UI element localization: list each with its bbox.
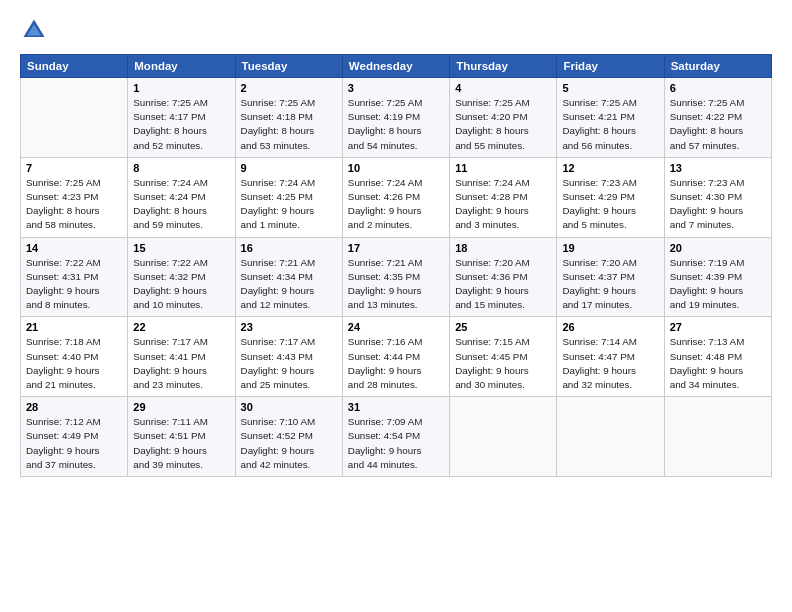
day-cell: 4Sunrise: 7:25 AMSunset: 4:20 PMDaylight… [450, 78, 557, 158]
col-header-wednesday: Wednesday [342, 55, 449, 78]
day-number: 19 [562, 242, 658, 254]
day-info: Sunrise: 7:18 AMSunset: 4:40 PMDaylight:… [26, 335, 122, 392]
page: SundayMondayTuesdayWednesdayThursdayFrid… [0, 0, 792, 612]
day-cell: 7Sunrise: 7:25 AMSunset: 4:23 PMDaylight… [21, 157, 128, 237]
day-info: Sunrise: 7:11 AMSunset: 4:51 PMDaylight:… [133, 415, 229, 472]
day-number: 24 [348, 321, 444, 333]
day-info: Sunrise: 7:22 AMSunset: 4:31 PMDaylight:… [26, 256, 122, 313]
day-cell: 2Sunrise: 7:25 AMSunset: 4:18 PMDaylight… [235, 78, 342, 158]
col-header-tuesday: Tuesday [235, 55, 342, 78]
day-number: 8 [133, 162, 229, 174]
day-number: 27 [670, 321, 766, 333]
day-cell: 10Sunrise: 7:24 AMSunset: 4:26 PMDayligh… [342, 157, 449, 237]
day-number: 30 [241, 401, 337, 413]
day-cell: 3Sunrise: 7:25 AMSunset: 4:19 PMDaylight… [342, 78, 449, 158]
day-info: Sunrise: 7:12 AMSunset: 4:49 PMDaylight:… [26, 415, 122, 472]
day-number: 13 [670, 162, 766, 174]
day-number: 20 [670, 242, 766, 254]
day-number: 6 [670, 82, 766, 94]
day-info: Sunrise: 7:23 AMSunset: 4:29 PMDaylight:… [562, 176, 658, 233]
day-info: Sunrise: 7:25 AMSunset: 4:17 PMDaylight:… [133, 96, 229, 153]
day-number: 16 [241, 242, 337, 254]
day-number: 23 [241, 321, 337, 333]
day-cell: 21Sunrise: 7:18 AMSunset: 4:40 PMDayligh… [21, 317, 128, 397]
week-row-0: 1Sunrise: 7:25 AMSunset: 4:17 PMDaylight… [21, 78, 772, 158]
day-cell: 30Sunrise: 7:10 AMSunset: 4:52 PMDayligh… [235, 397, 342, 477]
day-info: Sunrise: 7:20 AMSunset: 4:37 PMDaylight:… [562, 256, 658, 313]
day-number: 1 [133, 82, 229, 94]
day-cell: 18Sunrise: 7:20 AMSunset: 4:36 PMDayligh… [450, 237, 557, 317]
day-number: 12 [562, 162, 658, 174]
day-info: Sunrise: 7:25 AMSunset: 4:23 PMDaylight:… [26, 176, 122, 233]
day-cell [21, 78, 128, 158]
week-row-1: 7Sunrise: 7:25 AMSunset: 4:23 PMDaylight… [21, 157, 772, 237]
header [20, 16, 772, 44]
day-number: 7 [26, 162, 122, 174]
day-number: 29 [133, 401, 229, 413]
day-cell: 27Sunrise: 7:13 AMSunset: 4:48 PMDayligh… [664, 317, 771, 397]
day-number: 31 [348, 401, 444, 413]
calendar-table: SundayMondayTuesdayWednesdayThursdayFrid… [20, 54, 772, 477]
day-number: 25 [455, 321, 551, 333]
day-cell: 16Sunrise: 7:21 AMSunset: 4:34 PMDayligh… [235, 237, 342, 317]
day-info: Sunrise: 7:20 AMSunset: 4:36 PMDaylight:… [455, 256, 551, 313]
day-info: Sunrise: 7:23 AMSunset: 4:30 PMDaylight:… [670, 176, 766, 233]
day-info: Sunrise: 7:10 AMSunset: 4:52 PMDaylight:… [241, 415, 337, 472]
day-cell: 14Sunrise: 7:22 AMSunset: 4:31 PMDayligh… [21, 237, 128, 317]
day-cell: 24Sunrise: 7:16 AMSunset: 4:44 PMDayligh… [342, 317, 449, 397]
day-number: 15 [133, 242, 229, 254]
day-info: Sunrise: 7:09 AMSunset: 4:54 PMDaylight:… [348, 415, 444, 472]
day-info: Sunrise: 7:24 AMSunset: 4:24 PMDaylight:… [133, 176, 229, 233]
day-cell: 8Sunrise: 7:24 AMSunset: 4:24 PMDaylight… [128, 157, 235, 237]
col-header-friday: Friday [557, 55, 664, 78]
day-info: Sunrise: 7:22 AMSunset: 4:32 PMDaylight:… [133, 256, 229, 313]
day-cell: 5Sunrise: 7:25 AMSunset: 4:21 PMDaylight… [557, 78, 664, 158]
col-header-saturday: Saturday [664, 55, 771, 78]
logo-icon [20, 16, 48, 44]
week-row-4: 28Sunrise: 7:12 AMSunset: 4:49 PMDayligh… [21, 397, 772, 477]
col-header-thursday: Thursday [450, 55, 557, 78]
day-number: 9 [241, 162, 337, 174]
day-info: Sunrise: 7:25 AMSunset: 4:22 PMDaylight:… [670, 96, 766, 153]
day-info: Sunrise: 7:15 AMSunset: 4:45 PMDaylight:… [455, 335, 551, 392]
day-cell: 22Sunrise: 7:17 AMSunset: 4:41 PMDayligh… [128, 317, 235, 397]
day-number: 17 [348, 242, 444, 254]
week-row-2: 14Sunrise: 7:22 AMSunset: 4:31 PMDayligh… [21, 237, 772, 317]
day-number: 3 [348, 82, 444, 94]
day-info: Sunrise: 7:24 AMSunset: 4:28 PMDaylight:… [455, 176, 551, 233]
day-number: 28 [26, 401, 122, 413]
day-cell: 29Sunrise: 7:11 AMSunset: 4:51 PMDayligh… [128, 397, 235, 477]
day-cell: 25Sunrise: 7:15 AMSunset: 4:45 PMDayligh… [450, 317, 557, 397]
day-cell: 20Sunrise: 7:19 AMSunset: 4:39 PMDayligh… [664, 237, 771, 317]
day-number: 10 [348, 162, 444, 174]
day-number: 21 [26, 321, 122, 333]
day-cell: 17Sunrise: 7:21 AMSunset: 4:35 PMDayligh… [342, 237, 449, 317]
day-cell: 26Sunrise: 7:14 AMSunset: 4:47 PMDayligh… [557, 317, 664, 397]
day-cell: 19Sunrise: 7:20 AMSunset: 4:37 PMDayligh… [557, 237, 664, 317]
day-cell: 15Sunrise: 7:22 AMSunset: 4:32 PMDayligh… [128, 237, 235, 317]
day-info: Sunrise: 7:21 AMSunset: 4:35 PMDaylight:… [348, 256, 444, 313]
day-info: Sunrise: 7:16 AMSunset: 4:44 PMDaylight:… [348, 335, 444, 392]
day-info: Sunrise: 7:25 AMSunset: 4:19 PMDaylight:… [348, 96, 444, 153]
day-number: 18 [455, 242, 551, 254]
day-cell [450, 397, 557, 477]
day-cell: 11Sunrise: 7:24 AMSunset: 4:28 PMDayligh… [450, 157, 557, 237]
day-info: Sunrise: 7:25 AMSunset: 4:21 PMDaylight:… [562, 96, 658, 153]
col-header-monday: Monday [128, 55, 235, 78]
day-info: Sunrise: 7:25 AMSunset: 4:20 PMDaylight:… [455, 96, 551, 153]
day-cell [664, 397, 771, 477]
day-cell: 12Sunrise: 7:23 AMSunset: 4:29 PMDayligh… [557, 157, 664, 237]
day-number: 5 [562, 82, 658, 94]
day-cell: 13Sunrise: 7:23 AMSunset: 4:30 PMDayligh… [664, 157, 771, 237]
calendar-header-row: SundayMondayTuesdayWednesdayThursdayFrid… [21, 55, 772, 78]
logo [20, 16, 52, 44]
day-number: 26 [562, 321, 658, 333]
day-info: Sunrise: 7:17 AMSunset: 4:43 PMDaylight:… [241, 335, 337, 392]
col-header-sunday: Sunday [21, 55, 128, 78]
day-number: 2 [241, 82, 337, 94]
day-info: Sunrise: 7:25 AMSunset: 4:18 PMDaylight:… [241, 96, 337, 153]
day-cell: 9Sunrise: 7:24 AMSunset: 4:25 PMDaylight… [235, 157, 342, 237]
day-info: Sunrise: 7:13 AMSunset: 4:48 PMDaylight:… [670, 335, 766, 392]
day-number: 11 [455, 162, 551, 174]
day-info: Sunrise: 7:17 AMSunset: 4:41 PMDaylight:… [133, 335, 229, 392]
